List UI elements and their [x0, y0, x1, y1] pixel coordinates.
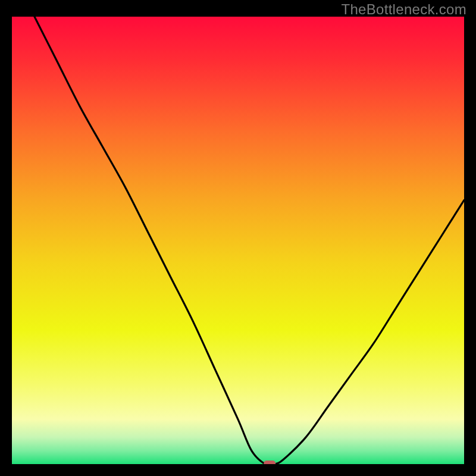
optimal-point-marker	[264, 461, 275, 464]
watermark-label: TheBottleneck.com	[341, 1, 466, 18]
gradient-background	[12, 17, 464, 464]
bottleneck-chart	[12, 17, 464, 464]
chart-frame: TheBottleneck.com	[0, 0, 476, 476]
plot-area	[12, 17, 464, 464]
